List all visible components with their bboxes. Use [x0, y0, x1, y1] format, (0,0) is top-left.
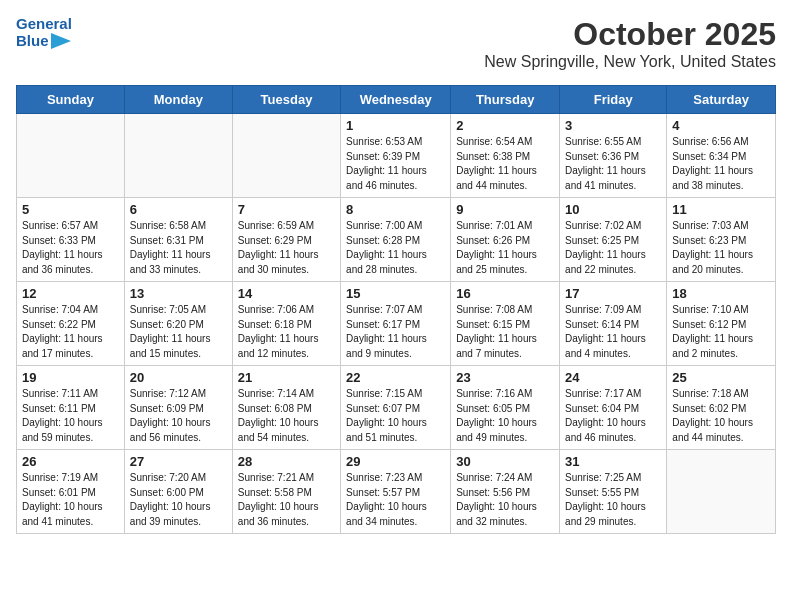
day-number: 2 [456, 118, 554, 133]
calendar-cell: 20Sunrise: 7:12 AMSunset: 6:09 PMDayligh… [124, 366, 232, 450]
day-number: 14 [238, 286, 335, 301]
day-info: Sunrise: 7:17 AMSunset: 6:04 PMDaylight:… [565, 387, 661, 445]
calendar-cell: 29Sunrise: 7:23 AMSunset: 5:57 PMDayligh… [341, 450, 451, 534]
day-number: 29 [346, 454, 445, 469]
day-info: Sunrise: 7:07 AMSunset: 6:17 PMDaylight:… [346, 303, 445, 361]
day-number: 9 [456, 202, 554, 217]
calendar-cell: 27Sunrise: 7:20 AMSunset: 6:00 PMDayligh… [124, 450, 232, 534]
day-info: Sunrise: 6:59 AMSunset: 6:29 PMDaylight:… [238, 219, 335, 277]
day-number: 30 [456, 454, 554, 469]
calendar-cell [667, 450, 776, 534]
calendar-cell [17, 114, 125, 198]
day-number: 11 [672, 202, 770, 217]
day-number: 12 [22, 286, 119, 301]
calendar-cell: 18Sunrise: 7:10 AMSunset: 6:12 PMDayligh… [667, 282, 776, 366]
day-number: 17 [565, 286, 661, 301]
calendar-cell: 22Sunrise: 7:15 AMSunset: 6:07 PMDayligh… [341, 366, 451, 450]
day-number: 31 [565, 454, 661, 469]
calendar-cell: 3Sunrise: 6:55 AMSunset: 6:36 PMDaylight… [560, 114, 667, 198]
header-saturday: Saturday [667, 86, 776, 114]
day-info: Sunrise: 7:14 AMSunset: 6:08 PMDaylight:… [238, 387, 335, 445]
day-number: 15 [346, 286, 445, 301]
day-number: 10 [565, 202, 661, 217]
day-info: Sunrise: 7:16 AMSunset: 6:05 PMDaylight:… [456, 387, 554, 445]
day-number: 7 [238, 202, 335, 217]
calendar-title: October 2025 [484, 16, 776, 53]
calendar-cell: 5Sunrise: 6:57 AMSunset: 6:33 PMDaylight… [17, 198, 125, 282]
calendar-cell: 7Sunrise: 6:59 AMSunset: 6:29 PMDaylight… [232, 198, 340, 282]
day-info: Sunrise: 7:25 AMSunset: 5:55 PMDaylight:… [565, 471, 661, 529]
day-info: Sunrise: 6:53 AMSunset: 6:39 PMDaylight:… [346, 135, 445, 193]
day-info: Sunrise: 7:20 AMSunset: 6:00 PMDaylight:… [130, 471, 227, 529]
day-info: Sunrise: 7:04 AMSunset: 6:22 PMDaylight:… [22, 303, 119, 361]
calendar-cell: 8Sunrise: 7:00 AMSunset: 6:28 PMDaylight… [341, 198, 451, 282]
day-number: 6 [130, 202, 227, 217]
calendar-cell: 14Sunrise: 7:06 AMSunset: 6:18 PMDayligh… [232, 282, 340, 366]
day-info: Sunrise: 6:58 AMSunset: 6:31 PMDaylight:… [130, 219, 227, 277]
calendar-table: SundayMondayTuesdayWednesdayThursdayFrid… [16, 85, 776, 534]
calendar-cell: 21Sunrise: 7:14 AMSunset: 6:08 PMDayligh… [232, 366, 340, 450]
day-number: 25 [672, 370, 770, 385]
day-number: 16 [456, 286, 554, 301]
day-info: Sunrise: 7:06 AMSunset: 6:18 PMDaylight:… [238, 303, 335, 361]
day-info: Sunrise: 7:08 AMSunset: 6:15 PMDaylight:… [456, 303, 554, 361]
day-number: 23 [456, 370, 554, 385]
header-wednesday: Wednesday [341, 86, 451, 114]
calendar-cell: 4Sunrise: 6:56 AMSunset: 6:34 PMDaylight… [667, 114, 776, 198]
day-info: Sunrise: 7:02 AMSunset: 6:25 PMDaylight:… [565, 219, 661, 277]
header-sunday: Sunday [17, 86, 125, 114]
day-number: 26 [22, 454, 119, 469]
calendar-cell: 2Sunrise: 6:54 AMSunset: 6:38 PMDaylight… [451, 114, 560, 198]
day-info: Sunrise: 7:21 AMSunset: 5:58 PMDaylight:… [238, 471, 335, 529]
calendar-cell [232, 114, 340, 198]
svg-marker-0 [51, 33, 71, 49]
day-number: 8 [346, 202, 445, 217]
calendar-body: 1Sunrise: 6:53 AMSunset: 6:39 PMDaylight… [17, 114, 776, 534]
calendar-cell: 11Sunrise: 7:03 AMSunset: 6:23 PMDayligh… [667, 198, 776, 282]
day-number: 13 [130, 286, 227, 301]
week-row-2: 5Sunrise: 6:57 AMSunset: 6:33 PMDaylight… [17, 198, 776, 282]
week-row-5: 26Sunrise: 7:19 AMSunset: 6:01 PMDayligh… [17, 450, 776, 534]
day-number: 4 [672, 118, 770, 133]
calendar-cell: 12Sunrise: 7:04 AMSunset: 6:22 PMDayligh… [17, 282, 125, 366]
day-info: Sunrise: 7:10 AMSunset: 6:12 PMDaylight:… [672, 303, 770, 361]
calendar-cell [124, 114, 232, 198]
calendar-cell: 24Sunrise: 7:17 AMSunset: 6:04 PMDayligh… [560, 366, 667, 450]
calendar-cell: 30Sunrise: 7:24 AMSunset: 5:56 PMDayligh… [451, 450, 560, 534]
calendar-cell: 1Sunrise: 6:53 AMSunset: 6:39 PMDaylight… [341, 114, 451, 198]
day-info: Sunrise: 7:09 AMSunset: 6:14 PMDaylight:… [565, 303, 661, 361]
calendar-cell: 25Sunrise: 7:18 AMSunset: 6:02 PMDayligh… [667, 366, 776, 450]
day-number: 27 [130, 454, 227, 469]
calendar-cell: 31Sunrise: 7:25 AMSunset: 5:55 PMDayligh… [560, 450, 667, 534]
calendar-header-row: SundayMondayTuesdayWednesdayThursdayFrid… [17, 86, 776, 114]
calendar-cell: 19Sunrise: 7:11 AMSunset: 6:11 PMDayligh… [17, 366, 125, 450]
day-info: Sunrise: 7:11 AMSunset: 6:11 PMDaylight:… [22, 387, 119, 445]
calendar-cell: 13Sunrise: 7:05 AMSunset: 6:20 PMDayligh… [124, 282, 232, 366]
calendar-cell: 16Sunrise: 7:08 AMSunset: 6:15 PMDayligh… [451, 282, 560, 366]
day-number: 18 [672, 286, 770, 301]
calendar-cell: 23Sunrise: 7:16 AMSunset: 6:05 PMDayligh… [451, 366, 560, 450]
week-row-4: 19Sunrise: 7:11 AMSunset: 6:11 PMDayligh… [17, 366, 776, 450]
title-section: October 2025 New Springville, New York, … [484, 16, 776, 79]
day-info: Sunrise: 7:03 AMSunset: 6:23 PMDaylight:… [672, 219, 770, 277]
calendar-cell: 6Sunrise: 6:58 AMSunset: 6:31 PMDaylight… [124, 198, 232, 282]
calendar-cell: 28Sunrise: 7:21 AMSunset: 5:58 PMDayligh… [232, 450, 340, 534]
calendar-cell: 17Sunrise: 7:09 AMSunset: 6:14 PMDayligh… [560, 282, 667, 366]
day-number: 20 [130, 370, 227, 385]
calendar-subtitle: New Springville, New York, United States [484, 53, 776, 71]
day-info: Sunrise: 7:05 AMSunset: 6:20 PMDaylight:… [130, 303, 227, 361]
calendar-cell: 26Sunrise: 7:19 AMSunset: 6:01 PMDayligh… [17, 450, 125, 534]
day-number: 28 [238, 454, 335, 469]
week-row-1: 1Sunrise: 6:53 AMSunset: 6:39 PMDaylight… [17, 114, 776, 198]
day-number: 1 [346, 118, 445, 133]
day-info: Sunrise: 7:19 AMSunset: 6:01 PMDaylight:… [22, 471, 119, 529]
day-info: Sunrise: 6:57 AMSunset: 6:33 PMDaylight:… [22, 219, 119, 277]
header-friday: Friday [560, 86, 667, 114]
calendar-cell: 10Sunrise: 7:02 AMSunset: 6:25 PMDayligh… [560, 198, 667, 282]
week-row-3: 12Sunrise: 7:04 AMSunset: 6:22 PMDayligh… [17, 282, 776, 366]
day-info: Sunrise: 7:00 AMSunset: 6:28 PMDaylight:… [346, 219, 445, 277]
day-info: Sunrise: 7:24 AMSunset: 5:56 PMDaylight:… [456, 471, 554, 529]
logo: General Blue [16, 16, 72, 49]
day-number: 3 [565, 118, 661, 133]
calendar-cell: 15Sunrise: 7:07 AMSunset: 6:17 PMDayligh… [341, 282, 451, 366]
